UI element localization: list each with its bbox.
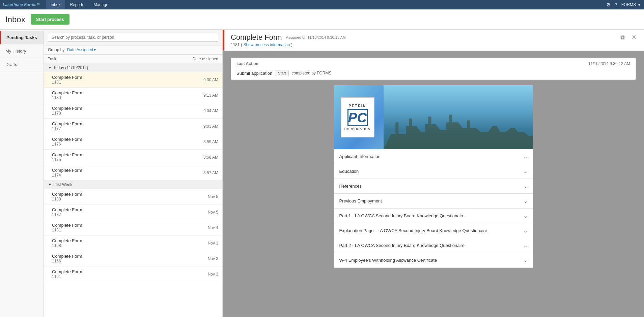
detail-header-wrapper: Complete Form Assigned on 11/10/2014 9:3… [223, 30, 644, 51]
task-group-last-week: ▼ Last Week [44, 181, 222, 189]
nav-tab-manage[interactable]: Manage [89, 0, 113, 9]
task-info: Complete Form 1187 [52, 207, 82, 217]
task-info: Complete Form 1178 [52, 106, 82, 116]
task-row[interactable]: Complete Form 1181 9:30 AM [44, 72, 222, 88]
form-section-w4[interactable]: W-4 Employee's Withholding Allowance Cer… [334, 253, 533, 268]
task-name: Complete Form [52, 269, 82, 274]
task-row[interactable]: Complete Form 1176 8:59 AM [44, 134, 222, 150]
task-info: Complete Form 1175 [52, 152, 82, 162]
group-by-label: Group by: [48, 47, 66, 52]
nav-tab-reports[interactable]: Reports [65, 0, 89, 9]
task-info: Complete Form 1188 [52, 192, 82, 201]
form-section-references[interactable]: References ⌄ [334, 179, 533, 194]
task-row[interactable]: Complete Form 1175 8:58 AM [44, 150, 222, 165]
detail-paren-open: ( [241, 42, 242, 47]
forms-dropdown[interactable]: FORMS ▼ [621, 2, 641, 7]
collapse-icon-last-week: ▼ [48, 182, 52, 187]
form-section-owca-explanation[interactable]: Explanation Page - LA OWCA Second Injury… [334, 223, 533, 238]
form-banner: PETRIN PC CORPORATION [334, 85, 533, 149]
task-row[interactable]: Complete Form 1187 Nov 5 [44, 204, 222, 220]
detail-header-inner: Complete Form Assigned on 11/10/2014 9:3… [231, 33, 639, 47]
chevron-down-icon: ⌄ [523, 198, 528, 204]
form-section-prev-employment[interactable]: Previous Employment ⌄ [334, 194, 533, 209]
group-label-last-week: Last Week [53, 182, 72, 187]
task-info: Complete Form 1181 [52, 75, 82, 85]
task-row[interactable]: Complete Form 1188 Nov 5 [44, 189, 222, 204]
sidebar-item-drafts[interactable]: Drafts [0, 58, 44, 71]
petrin-pc-icon: PC [347, 109, 368, 126]
task-id: 1187 [52, 212, 82, 217]
task-time: 8:58 AM [203, 155, 218, 160]
submit-row: Submit application Start completed by FO… [236, 69, 630, 76]
task-name: Complete Form [52, 106, 82, 111]
task-row[interactable]: Complete Form 1166 Nov 3 [44, 251, 222, 266]
task-name: Complete Form [52, 207, 82, 212]
form-section-education[interactable]: Education ⌄ [334, 164, 533, 179]
task-info: Complete Form 1166 [52, 254, 82, 263]
form-content: PETRIN PC CORPORATION Applicant Informat… [334, 85, 533, 268]
task-row[interactable]: Complete Form 1161 Nov 3 [44, 266, 222, 282]
section-label: References [339, 184, 362, 189]
last-action-row: Last Action 11/10/2014 9:30:12 AM [236, 61, 630, 66]
task-list-body[interactable]: ▼ Today (11/10/2014) Complete Form 1181 … [44, 64, 222, 317]
task-row[interactable]: Complete Form 1174 8:57 AM [44, 165, 222, 181]
close-button[interactable]: ✕ [629, 33, 639, 42]
detail-content[interactable]: Last Action 11/10/2014 9:30:12 AM Submit… [223, 51, 644, 317]
task-list-panel: Group by: Date Assigned ▾ Task Date assi… [44, 30, 223, 317]
detail-id-row: 1181 ( Show process information ) [231, 42, 346, 47]
task-info: Complete Form 1181 [52, 223, 82, 232]
task-row[interactable]: Complete Form 1180 9:13 AM [44, 88, 222, 103]
task-row[interactable]: Complete Form 1168 Nov 3 [44, 235, 222, 251]
detail-actions: ⧉ ✕ [618, 33, 639, 42]
copy-button[interactable]: ⧉ [618, 33, 627, 42]
task-row[interactable]: Complete Form 1177 9:03 AM [44, 119, 222, 134]
form-section-owca-part1[interactable]: Part 1 - LA OWCA Second Injury Board Kno… [334, 209, 533, 223]
group-by-value: Date Assigned [67, 47, 93, 52]
chevron-down-icon: ⌄ [523, 213, 528, 219]
search-input[interactable] [48, 33, 218, 42]
group-by-chevron: ▾ [94, 47, 96, 52]
task-row[interactable]: Complete Form 1181 Nov 4 [44, 220, 222, 235]
form-section-applicant[interactable]: Applicant Information ⌄ [334, 149, 533, 164]
sidebar: Pending Tasks My History Drafts [0, 30, 44, 317]
task-info: Complete Form 1168 [52, 238, 82, 248]
task-time: Nov 3 [208, 272, 218, 277]
section-label: Part 2 - LA OWCA Second Injury Board Kno… [339, 243, 465, 248]
task-id: 1168 [52, 243, 82, 248]
task-name: Complete Form [52, 137, 82, 142]
section-label: Previous Employment [339, 198, 382, 203]
chevron-down-icon: ⌄ [523, 153, 528, 160]
nav-tab-inbox[interactable]: Inbox [46, 0, 65, 9]
task-name: Complete Form [52, 223, 82, 228]
task-name: Complete Form [52, 168, 82, 173]
group-by-link[interactable]: Date Assigned ▾ [67, 47, 96, 52]
task-id: 1178 [52, 111, 82, 116]
task-info: Complete Form 1174 [52, 168, 82, 178]
start-process-button[interactable]: Start process [31, 14, 69, 25]
section-label: Part 1 - LA OWCA Second Injury Board Kno… [339, 213, 465, 218]
task-time: Nov 3 [208, 241, 218, 246]
page-title: Inbox [5, 15, 25, 24]
task-id: 1177 [52, 126, 82, 131]
company-logo: PETRIN PC CORPORATION [341, 97, 374, 137]
app-logo: Laserfiche Forms™ [3, 2, 40, 7]
show-process-info-link[interactable]: Show process information [243, 42, 290, 47]
chevron-down-icon: ⌄ [523, 183, 528, 189]
help-icon[interactable]: ? [615, 2, 617, 7]
sidebar-item-pending-tasks[interactable]: Pending Tasks [0, 31, 44, 44]
task-row[interactable]: Complete Form 1178 9:04 AM [44, 103, 222, 119]
task-id: 1174 [52, 173, 82, 178]
sidebar-item-my-history[interactable]: My History [0, 44, 44, 58]
task-id: 1166 [52, 259, 82, 263]
form-section-owca-part2[interactable]: Part 2 - LA OWCA Second Injury Board Kno… [334, 238, 533, 253]
section-label: Applicant Information [339, 154, 381, 159]
task-group-today: ▼ Today (11/10/2014) [44, 64, 222, 72]
detail-title-area: Complete Form Assigned on 11/10/2014 9:3… [231, 33, 346, 47]
header-bar: Inbox Start process [0, 9, 644, 30]
task-time: 9:03 AM [203, 124, 218, 129]
chevron-down-icon: ⌄ [523, 168, 528, 175]
task-time: Nov 5 [208, 194, 218, 199]
forms-label-text: FORMS [621, 2, 636, 7]
settings-icon[interactable]: ⚙ [606, 2, 611, 7]
task-time: 9:13 AM [203, 93, 218, 98]
